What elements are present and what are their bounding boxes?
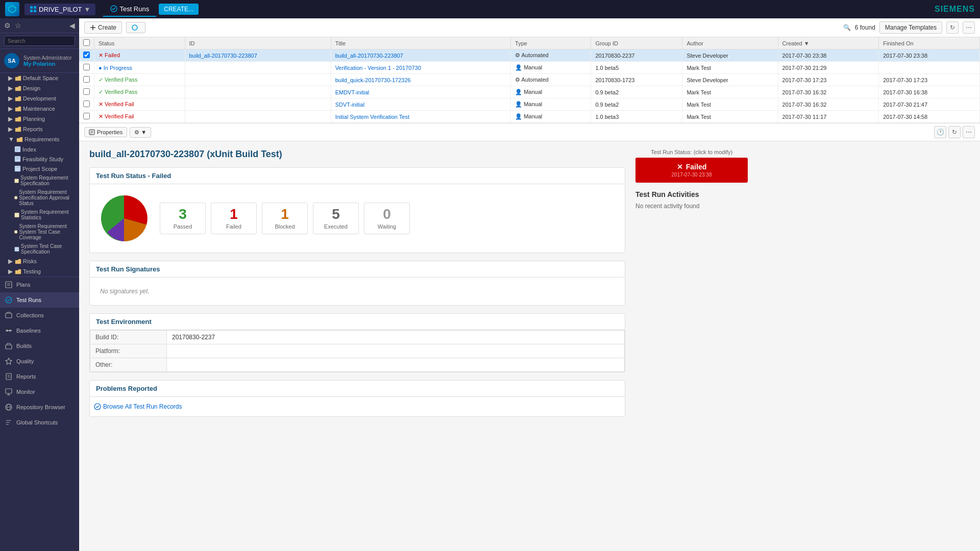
sidebar-item-plans[interactable]: Plans [0,277,79,292]
detail-refresh-button[interactable]: ↻ [948,126,961,138]
stat-waiting: 0 Waiting [364,203,410,234]
env-label: Other: [90,358,167,372]
sidebar-item-sys-req-spec[interactable]: System Requirement Specification [0,173,79,188]
more-options-button[interactable]: ⋯ [963,21,975,34]
manage-templates-button[interactable]: Manage Templates [879,21,942,34]
sidebar-item-repo-browser[interactable]: Repository Browser [0,399,79,415]
sidebar-item-feasibility-study[interactable]: Feasibility Study [0,154,79,164]
select-all-checkbox[interactable] [83,39,90,46]
col-finished-on: Finished On [879,37,980,49]
sidebar-item-testing[interactable]: ▶ Testing [0,266,79,277]
svg-rect-20 [6,282,12,288]
row-checkbox[interactable] [83,64,90,70]
sidebar-item-design[interactable]: ▶ Design [0,83,79,93]
sidebar-item-sys-tc-spec[interactable]: System Test Case Specification [0,242,79,256]
col-group-id: Group ID [591,37,682,49]
row-checkbox[interactable] [83,52,90,58]
signatures-section: Test Run Signatures No signatures yet. [89,261,625,306]
row-checkbox[interactable] [83,76,90,83]
content-area: Create 🔍 6 found Manage Templates ↻ ⋯ St [79,18,980,551]
svg-rect-16 [14,196,17,199]
row-title[interactable]: Initial System Verification Test [331,111,510,123]
sidebar-item-sys-req-coverage[interactable]: System Requirement System Test Case Cove… [0,222,79,242]
sidebar-item-sys-req-approval[interactable]: System Requirement Specification Approva… [0,188,79,208]
row-checkbox[interactable] [83,88,90,95]
global-shortcuts-label: Global Shortcuts [16,419,58,425]
row-group-id: 1.0 beta3 [591,111,682,123]
properties-button[interactable]: Properties [84,127,127,137]
row-type: 👤 Manual [511,62,591,74]
svg-point-27 [9,330,11,332]
sidebar-item-maintenance[interactable]: ▶ Maintenance [0,104,79,114]
svg-marker-0 [9,6,16,13]
row-id [185,62,331,74]
sidebar-item-default-space[interactable]: ▶ Default Space [0,73,79,83]
star-icon[interactable]: ☆ [15,21,21,30]
detail-toolbar: Properties ⚙ ▼ 🕐 ↻ ⋯ [79,123,980,141]
detail-body: build_all-20170730-223807 (xUnit Build T… [79,141,980,432]
env-row: Other: [90,358,625,372]
row-title[interactable]: Verification - Version 1 - 20170730 [331,62,510,74]
create-run-button[interactable]: Create [84,21,122,34]
sidebar-item-test-runs[interactable]: Test Runs [0,292,79,308]
col-type: Type [511,37,591,49]
sidebar-item-quality[interactable]: Quality [0,354,79,369]
detail-gear-button[interactable]: ⚙ ▼ [130,127,151,138]
app-selector[interactable]: DRIVE_PILOT ▼ [24,4,95,15]
sidebar-item-risks[interactable]: ▶ Risks [0,256,79,266]
row-checkbox[interactable] [83,113,90,119]
row-author: Mark Test [682,86,778,98]
create-button[interactable]: CREATE... [159,4,199,15]
sidebar-item-requirements[interactable]: ▼ Requirements [0,134,79,144]
table-row[interactable]: ✓ Verified Pass EMDVT-initial 👤 Manual 0… [79,86,980,98]
table-row[interactable]: ✕ Verified Fail Initial System Verificat… [79,111,980,123]
sidebar-item-reports[interactable]: ▶ Reports [0,124,79,134]
sidebar-item-baselines[interactable]: Baselines [0,323,79,338]
row-author: Mark Test [682,98,778,111]
sidebar-collapse-btn[interactable]: ◀ [69,21,75,30]
sidebar-item-project-scope[interactable]: Project Scope [0,164,79,173]
table-row[interactable]: ● In Progress Verification - Version 1 -… [79,62,980,74]
user-project[interactable]: My Polarion [23,61,71,67]
row-author: Mark Test [682,111,778,123]
history-button[interactable]: 🕐 [934,126,946,138]
tab-test-runs[interactable]: Test Runs [103,2,156,17]
env-value: 20170830-2237 [167,331,625,344]
row-status: ✕ Failed [94,49,185,62]
sidebar-search-input[interactable] [4,36,75,46]
pin-tab-button[interactable] [126,22,145,33]
sidebar-item-builds[interactable]: Builds [0,338,79,354]
sidebar: ⚙ ☆ ◀ SA System Administrator My Polario… [0,18,79,551]
activities-section: Test Run Activities No recent activity f… [635,190,748,210]
status-date: 2017-07-30 23:38 [643,172,740,178]
collections-label: Collections [16,312,44,318]
sidebar-item-development[interactable]: ▶ Development [0,93,79,104]
sidebar-item-sys-req-stats[interactable]: System Requirement Statistics [0,208,79,222]
table-row[interactable]: ✕ Failed build_all-20170730-223807 build… [79,49,980,62]
sidebar-item-reports2[interactable]: Reports [0,369,79,384]
detail-more-button[interactable]: ⋯ [963,126,975,138]
refresh-button[interactable]: ↻ [946,21,959,34]
sidebar-item-index[interactable]: Index [0,144,79,154]
sidebar-item-monitor[interactable]: Monitor [0,384,79,399]
table-row[interactable]: ✓ Verified Pass build_quick-20170730-172… [79,74,980,86]
row-status: ✓ Verified Pass [94,74,185,86]
row-title[interactable]: build_all-20170730-223807 [331,49,510,62]
row-title[interactable]: EMDVT-initial [331,86,510,98]
sidebar-item-planning[interactable]: ▶ Planning [0,114,79,124]
browse-test-run-records-link[interactable]: Browse All Test Run Records [90,399,625,414]
row-status: ● In Progress [94,62,185,74]
row-id [185,86,331,98]
settings-icon[interactable]: ⚙ [4,21,11,30]
row-checkbox[interactable] [83,101,90,107]
svg-rect-2 [34,6,36,9]
table-row[interactable]: ✕ Verified Fail SDVT-initial 👤 Manual 0.… [79,98,980,111]
row-type: 👤 Manual [511,86,591,98]
row-title[interactable]: SDVT-initial [331,98,510,111]
row-title[interactable]: build_quick-20170730-172326 [331,74,510,86]
sidebar-item-collections[interactable]: Collections [0,308,79,323]
env-label: Build ID: [90,331,167,344]
failed-status-badge[interactable]: ✕ Failed 2017-07-30 23:38 [635,158,748,183]
sidebar-item-global-shortcuts[interactable]: Global Shortcuts [0,415,79,430]
app-logo[interactable] [5,2,19,16]
